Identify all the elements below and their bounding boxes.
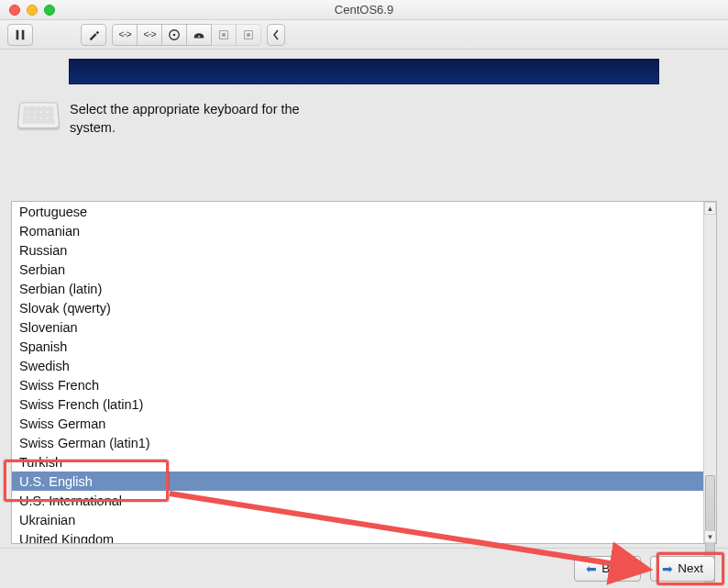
list-item[interactable]: Swiss French (latin1) (12, 394, 703, 414)
device-1-icon[interactable] (211, 24, 237, 46)
list-item[interactable]: Slovak (qwerty) (12, 298, 703, 317)
list-item[interactable]: Swiss German (12, 414, 703, 433)
scroll-up-button[interactable]: ▲ (704, 202, 716, 215)
instruction-text: Select the appropriate keyboard for the … (70, 101, 326, 137)
list-item[interactable]: United Kingdom (12, 529, 703, 543)
list-item[interactable]: U.S. International (12, 491, 703, 510)
wizard-footer: ⬅ Back ➡ Next (0, 548, 728, 588)
hard-disk-icon[interactable] (161, 24, 187, 46)
list-item[interactable]: Portuguese (12, 202, 703, 221)
next-button[interactable]: ➡ Next (650, 556, 715, 582)
list-item[interactable]: Serbian (latin) (12, 279, 703, 298)
list-item[interactable]: Ukrainian (12, 510, 703, 529)
list-item[interactable]: U.S. English (12, 472, 703, 491)
pause-button[interactable] (7, 24, 33, 46)
mac-titlebar: CentOS6.9 (0, 0, 728, 20)
settings-button[interactable] (81, 24, 106, 46)
svg-rect-6 (222, 33, 226, 37)
list-item[interactable]: Serbian (12, 260, 703, 279)
arrow-right-icon: ➡ (662, 562, 673, 575)
device-2-icon[interactable] (236, 24, 261, 46)
vm-toolbar: <··> <··> (0, 20, 728, 50)
next-button-label: Next (678, 561, 703, 575)
network-adapter-1-icon[interactable]: <··> (112, 24, 138, 46)
list-item[interactable]: Swiss German (latin1) (12, 433, 703, 452)
back-button-label: Back (601, 561, 629, 575)
installer-body: Select the appropriate keyboard for the … (0, 50, 728, 588)
list-item[interactable]: Slovenian (12, 317, 703, 337)
list-item[interactable]: Swiss French (12, 375, 703, 394)
back-button[interactable]: ⬅ Back (574, 556, 641, 582)
minimize-window-button[interactable] (27, 5, 38, 16)
window-controls (0, 5, 55, 16)
list-item[interactable]: Swedish (12, 356, 703, 375)
network-adapter-2-icon[interactable]: <··> (137, 24, 162, 46)
close-window-button[interactable] (9, 5, 20, 16)
window-title: CentOS6.9 (0, 3, 728, 17)
keyboard-icon (17, 103, 61, 129)
instruction-row: Select the appropriate keyboard for the … (0, 84, 728, 150)
svg-rect-8 (247, 33, 250, 37)
list-item[interactable]: Russian (12, 240, 703, 260)
list-item[interactable]: Turkish (12, 452, 703, 472)
list-item[interactable]: Romanian (12, 221, 703, 240)
installer-banner (69, 59, 659, 84)
vertical-scrollbar[interactable]: ▲ ▼ (703, 202, 716, 543)
zoom-window-button[interactable] (44, 5, 55, 16)
scroll-down-button[interactable]: ▼ (704, 530, 716, 543)
arrow-left-icon: ⬅ (586, 562, 597, 575)
keyboard-list-container: PortugueseRomanianRussianSerbianSerbian … (11, 201, 717, 544)
svg-point-4 (198, 35, 200, 37)
keyboard-list[interactable]: PortugueseRomanianRussianSerbianSerbian … (12, 202, 703, 543)
svg-point-3 (173, 33, 176, 36)
collapse-toolbar-icon[interactable] (267, 24, 285, 46)
optical-drive-icon[interactable] (186, 24, 212, 46)
svg-rect-0 (17, 29, 19, 39)
svg-rect-1 (22, 29, 25, 39)
list-item[interactable]: Spanish (12, 337, 703, 356)
